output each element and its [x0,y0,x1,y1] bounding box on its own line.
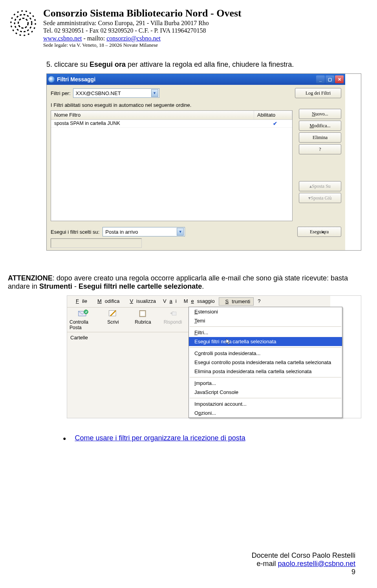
menu-item-opzioni[interactable]: Opzioni... [189,408,342,418]
menu-messaggio[interactable]: Messaggio [181,297,218,306]
phone-fax-vat: Tel. 02 9320951 - Fax 02 93209520 - C.F.… [43,27,242,34]
svg-rect-7 [140,311,145,316]
filter-row[interactable]: sposta SPAM in cartella JUNK ✔ [51,120,292,128]
strumenti-menu-screenshot: File Modifica Visualizza Vai Messaggio S… [67,295,361,418]
sposta-giu-button: ▾ Sposta Giù [299,193,341,203]
nuovo-button[interactable]: Nuovo... [299,109,341,119]
minimize-button[interactable]: _ [316,75,325,83]
modifica-button[interactable]: Modifica... [299,121,341,131]
help-button[interactable]: ? [299,144,341,154]
toolbar: Controlla Posta Scrivi Rubrica Risp [67,308,189,332]
footer: Docente del Corso Paolo Restelli e-mail … [252,551,355,576]
menu-file[interactable]: File [70,297,90,306]
chevron-down-icon[interactable]: ▼ [177,228,184,236]
menu-item-account-settings[interactable]: Impostazioni account... [189,399,342,408]
mail-refresh-icon [78,309,89,319]
filters-howto-link[interactable]: Come usare i filtri per organizzare la r… [75,434,245,442]
menu-item-js-console[interactable]: JavaScript Console [189,388,342,397]
menu-item-filtri[interactable]: Filtri... [189,328,342,337]
chevron-down-icon[interactable]: ▼ [151,89,158,97]
attenzione-text: ATTENZIONE: dopo avere creato una regola… [8,274,361,291]
website-link[interactable]: www.csbno.net [43,35,82,42]
menu-item-estensioni[interactable]: Estensioni [189,307,342,316]
svg-point-2 [18,18,28,28]
header-links: www.csbno.net - mailto: consorzio@csbno.… [43,35,242,42]
filtri-per-label: Filtri per: [51,90,71,96]
sposta-su-button: ▴ Sposta Su [299,181,341,191]
window-titlebar: Filtri Messaggi _ ▢ ✕ [47,74,345,85]
bullet-link: ●Come usare i filtri per organizzare la … [63,434,361,442]
menu-item-esegui-filtri[interactable]: Esegui filtri nella cartella selezionata [189,337,342,346]
menu-modifica[interactable]: Modifica [91,297,123,306]
reply-icon [167,309,178,319]
run-folder-combo[interactable]: Posta in arrivo ▼ [102,227,185,236]
svg-rect-8 [172,312,176,315]
scrivi-button[interactable]: Scrivi [99,309,127,330]
strumenti-dropdown: Estensioni Temi Filtri... Esegui filtri … [188,307,342,418]
run-on-label: Esegui i filtri scelti su: [51,229,99,235]
address: Sede amministrativa: Corso Europa, 291 -… [43,19,242,27]
letterhead: Consorzio Sistema Bibliotecario Nord - O… [8,8,361,48]
addressbook-icon [137,309,148,319]
menu-item-temi[interactable]: Temi [189,316,342,325]
col-abilitato[interactable]: Abilitato [254,111,292,119]
org-name: Consorzio Sistema Bibliotecario Nord - O… [43,7,242,19]
compose-icon [108,309,119,319]
cartelle-label: Cartelle [67,332,189,341]
menu-item-controlli-junk[interactable]: Controlli posta indesiderata... [189,349,342,358]
menu-vai[interactable]: Vai [160,297,180,306]
maximize-button[interactable]: ▢ [326,75,334,83]
filtri-messaggi-screenshot: Filtri Messaggi _ ▢ ✕ Filtri per: XXX@CS… [46,73,361,251]
menu-item-elimina-junk[interactable]: Elimina posta indesiderata nella cartell… [189,367,342,376]
step-5-text: 5. cliccare su Esegui ora per attivare l… [8,60,361,69]
app-icon [48,76,55,82]
footer-email-link[interactable]: paolo.restelli@csbno.net [278,560,355,568]
svg-point-0 [15,15,32,32]
page-number: 9 [252,568,355,576]
account-combo[interactable]: XXX@CSBNO.NET ▼ [73,88,159,98]
status-bar [51,238,142,248]
logo-icon [8,8,38,38]
mailto-link[interactable]: consorzio@csbno.net [106,35,161,42]
esegui-ora-button[interactable]: Esegui↖ ora [297,227,341,237]
legal-office: Sede legale: via V. Veneto, 18 – 20026 N… [43,42,242,48]
menu-strumenti[interactable]: Strumenti [219,297,254,306]
svg-point-4 [84,310,88,314]
col-nome-filtro[interactable]: Nome Filtro [51,111,254,119]
log-filtri-button[interactable]: Log dei Filtri [295,88,341,98]
close-button[interactable]: ✕ [335,75,344,83]
rispondi-button: Rispondi [159,309,187,330]
window-title: Filtri Messaggi [57,76,316,82]
docente-line: Docente del Corso Paolo Restelli [252,551,355,560]
menu-item-esegui-controllo[interactable]: Esegui controllo posta indesiderata nell… [189,358,342,367]
menu-visualizza[interactable]: Visualizza [123,297,159,306]
controlla-posta-button[interactable]: Controlla Posta [70,309,97,330]
menu-help[interactable]: ? [254,297,264,306]
menubar: File Modifica Visualizza Vai Messaggio S… [67,296,330,308]
check-icon[interactable]: ✔ [261,121,289,126]
rubrica-button[interactable]: Rubrica [129,309,157,330]
menu-item-importa[interactable]: Importa... [189,379,342,388]
filters-caption: I Filtri abilitati sono eseguiti in auto… [51,102,341,108]
elimina-button[interactable]: Elimina [299,132,341,143]
